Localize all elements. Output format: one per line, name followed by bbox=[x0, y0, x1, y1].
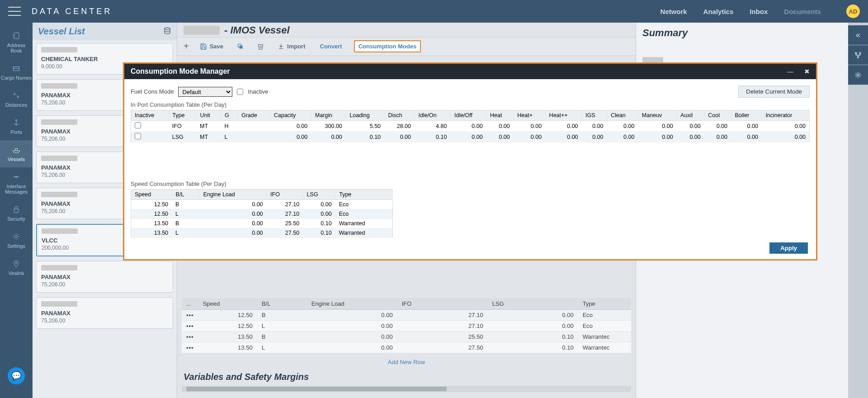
import-button[interactable]: Import bbox=[275, 41, 308, 52]
nav-documents[interactable]: Documents bbox=[784, 8, 821, 15]
save-button[interactable]: Save bbox=[197, 41, 226, 52]
row-actions[interactable]: ••• bbox=[182, 342, 198, 353]
row-actions[interactable]: ••• bbox=[182, 321, 198, 332]
nav-inbox[interactable]: Inbox bbox=[750, 8, 768, 15]
add-new-row-link[interactable]: Add New Row bbox=[177, 356, 636, 368]
right-rail-branch[interactable] bbox=[848, 45, 868, 65]
delete-button[interactable] bbox=[255, 41, 267, 52]
col-cool: Cool bbox=[704, 110, 731, 121]
rail-label: Ports bbox=[10, 129, 22, 135]
nav-analytics[interactable]: Analytics bbox=[703, 8, 734, 15]
inactive-checkbox[interactable] bbox=[237, 89, 243, 95]
download-icon bbox=[278, 43, 284, 50]
col-idle-off: Idle/Off bbox=[450, 110, 486, 121]
redacted-vessel-name bbox=[184, 26, 220, 35]
user-avatar[interactable]: AD bbox=[846, 5, 860, 18]
table-row[interactable]: ••• 12.50 B 0.00 27.10 0.00 Eco bbox=[182, 310, 631, 321]
rail-ports[interactable]: Ports bbox=[0, 113, 33, 140]
table-row[interactable]: LSG MT L 0.00 0.00 0.10 0.00 0.10 0.00 0… bbox=[131, 132, 810, 142]
rail-veslink[interactable]: Veslink bbox=[0, 254, 33, 281]
minimize-button[interactable]: — bbox=[787, 68, 793, 75]
col-maneuv: Maneuv bbox=[638, 110, 676, 121]
rail-vessels[interactable]: Vessels bbox=[0, 140, 33, 167]
top-header: DATA CENTER Network Analytics Inbox Docu… bbox=[0, 0, 868, 23]
rail-address-book[interactable]: Address Book bbox=[0, 26, 33, 59]
delete-current-mode-button[interactable]: Delete Current Mode bbox=[738, 85, 810, 98]
redacted-vessel-id bbox=[41, 156, 77, 161]
row-actions[interactable]: ••• bbox=[182, 332, 198, 342]
rail-cargo-names[interactable]: Cargo Names bbox=[0, 59, 33, 86]
col-b-l: B/L bbox=[172, 190, 199, 200]
rail-distances[interactable]: Distances bbox=[0, 86, 33, 113]
table-row[interactable]: IFO MT H 0.00 300.00 5.50 28.00 4.80 0.0… bbox=[131, 121, 810, 132]
database-icon[interactable] bbox=[163, 27, 171, 36]
cargo-icon bbox=[11, 63, 21, 73]
port-table-caption: In Port Consumption Table (Per Day) bbox=[131, 101, 810, 108]
col-speed: Speed bbox=[131, 190, 172, 200]
apply-button[interactable]: Apply bbox=[769, 242, 808, 254]
hamburger-menu-icon[interactable] bbox=[8, 7, 21, 16]
table-row[interactable]: 13.50 L 0.00 27.50 0.10 Warranted bbox=[131, 228, 393, 238]
speed-consumption-table: SpeedB/LEngine LoadIFOLSGType 12.50 B 0.… bbox=[131, 189, 393, 238]
svg-point-19 bbox=[858, 57, 859, 58]
vessel-tile[interactable]: PANAMAX 75,206.00 bbox=[36, 297, 173, 329]
modal-title-text: Consumption Mode Manager bbox=[131, 67, 230, 76]
fuel-cons-mode-select[interactable]: Default bbox=[178, 87, 232, 97]
vessel-toolbar: + Save Import Convert Consumption Modes bbox=[177, 37, 636, 56]
chat-icon: 💬 bbox=[11, 371, 21, 381]
vessel-type: CHEMICAL TANKER bbox=[41, 56, 168, 62]
col-disch: Disch bbox=[384, 110, 415, 121]
col-engine-load: Engine Load bbox=[199, 190, 267, 200]
rail-settings[interactable]: Settings bbox=[0, 227, 33, 254]
right-rail-settings[interactable] bbox=[848, 65, 868, 85]
table-row[interactable]: 12.50 L 0.00 27.10 0.00 Eco bbox=[131, 209, 393, 219]
table-row[interactable]: 12.50 B 0.00 27.10 0.00 Eco bbox=[131, 200, 393, 209]
speed-table-caption: Speed Consumption Table (Per Day) bbox=[131, 180, 393, 187]
modal-titlebar[interactable]: Consumption Mode Manager — ✖ bbox=[124, 64, 816, 79]
chat-fab[interactable]: 💬 bbox=[8, 367, 25, 384]
rail-label: Settings bbox=[7, 243, 25, 249]
col-lsg: LSG bbox=[488, 298, 578, 310]
add-button[interactable]: + bbox=[184, 41, 189, 52]
row-inactive-checkbox[interactable] bbox=[135, 122, 141, 128]
table-row[interactable]: 13.50 B 0.00 25.50 0.10 Warranted bbox=[131, 219, 393, 228]
redacted-vessel-id bbox=[41, 119, 77, 125]
redacted-vessel-id bbox=[41, 47, 77, 52]
svg-point-13 bbox=[165, 28, 170, 30]
col-auxil: Auxil bbox=[677, 110, 704, 121]
redacted-vessel-id bbox=[41, 265, 77, 270]
copy-button[interactable] bbox=[234, 41, 246, 52]
col-capacity: Capacity bbox=[270, 110, 311, 121]
close-button[interactable]: ✖ bbox=[804, 68, 810, 75]
pin-icon bbox=[11, 259, 21, 269]
table-row[interactable]: ••• 13.50 L 0.00 27.50 0.10 Warrantec bbox=[182, 342, 631, 353]
convert-button[interactable]: Convert bbox=[316, 41, 346, 52]
svg-point-11 bbox=[15, 236, 18, 238]
col-clean: Clean bbox=[607, 110, 638, 121]
row-actions[interactable]: ••• bbox=[182, 310, 198, 321]
redacted-vessel-id bbox=[42, 228, 78, 234]
col-heat-: Heat+ bbox=[514, 110, 545, 121]
row-inactive-checkbox[interactable] bbox=[135, 133, 141, 139]
vessel-type: PANAMAX bbox=[41, 274, 168, 280]
svg-point-20 bbox=[857, 74, 859, 76]
branch-icon bbox=[854, 51, 862, 59]
lock-icon bbox=[11, 204, 21, 214]
main-speed-table: ... Speed B/L Engine Load IFO LSG Type •… bbox=[182, 298, 631, 353]
table-row[interactable]: ••• 12.50 L 0.00 27.10 0.00 Eco bbox=[182, 321, 631, 332]
col-bl: B/L bbox=[257, 298, 307, 310]
nav-network[interactable]: Network bbox=[660, 8, 687, 15]
redacted-vessel-id bbox=[41, 301, 77, 307]
consumption-mode-modal: Consumption Mode Manager — ✖ Fuel Cons M… bbox=[123, 62, 817, 261]
collapse-right-panel[interactable]: « bbox=[848, 25, 868, 45]
brand-title: DATA CENTER bbox=[32, 7, 112, 16]
rail-interface-messages[interactable]: Interface Messages bbox=[0, 167, 33, 200]
vessel-tile[interactable]: PANAMAX 75,206.00 bbox=[36, 261, 173, 293]
save-icon bbox=[200, 43, 207, 50]
consumption-modes-button[interactable]: Consumption Modes bbox=[354, 40, 421, 52]
svg-rect-10 bbox=[14, 209, 19, 213]
fuel-cons-mode-label: Fuel Cons Mode bbox=[131, 88, 174, 95]
table-row[interactable]: ••• 13.50 B 0.00 25.50 0.10 Warrantec bbox=[182, 332, 631, 342]
rail-security[interactable]: Security bbox=[0, 200, 33, 227]
horizontal-scrollbar[interactable] bbox=[182, 386, 631, 392]
